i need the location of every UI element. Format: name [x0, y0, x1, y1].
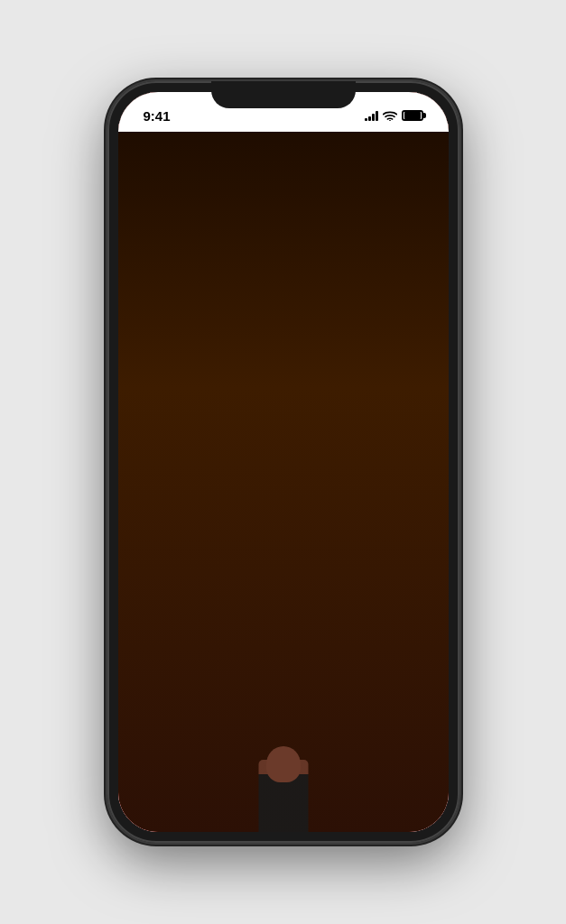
- status-time: 9:41: [144, 108, 171, 124]
- scroll-content: ✝: [118, 218, 449, 772]
- phone-frame: 9:41: [107, 81, 459, 843]
- grid-section: ✓ 🤚 ✦ ✦ ✦: [118, 543, 449, 744]
- battery-icon: [402, 110, 423, 121]
- phone-wrapper: 9:41: [0, 0, 566, 924]
- phone-content: 9:41: [118, 92, 449, 832]
- svg-point-0: [389, 120, 391, 121]
- status-icons: [365, 110, 423, 121]
- signal-icon: [365, 110, 378, 121]
- grid-thumb-6[interactable]: [339, 644, 449, 744]
- phone-inner: 9:41: [118, 92, 449, 832]
- wifi-icon: [383, 110, 397, 121]
- notch: [211, 81, 356, 108]
